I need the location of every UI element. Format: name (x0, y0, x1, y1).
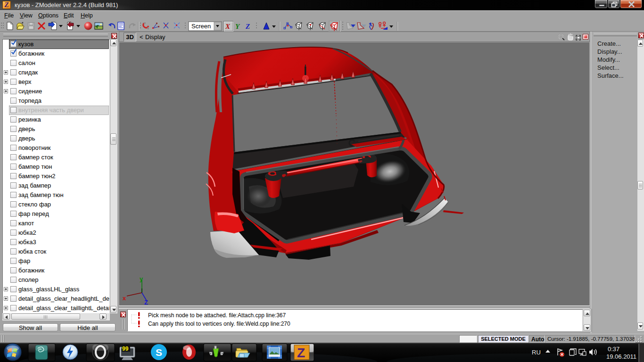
svg-text:19.06.2011: 19.06.2011 (606, 353, 636, 360)
svg-text:Z: Z (297, 346, 305, 360)
svg-text:x: x (123, 295, 126, 302)
svg-text:99: 99 (122, 346, 129, 352)
svg-text:X: X (225, 23, 231, 30)
svg-text:RU: RU (532, 349, 541, 356)
svg-text:0:37: 0:37 (608, 346, 619, 353)
svg-text:Z: Z (144, 299, 148, 306)
svg-text:Z: Z (245, 23, 250, 30)
svg-text:Screen: Screen (191, 23, 211, 30)
svg-text:Y: Y (235, 23, 240, 30)
svg-text:S: S (156, 347, 162, 358)
svg-text:y: y (140, 275, 143, 282)
